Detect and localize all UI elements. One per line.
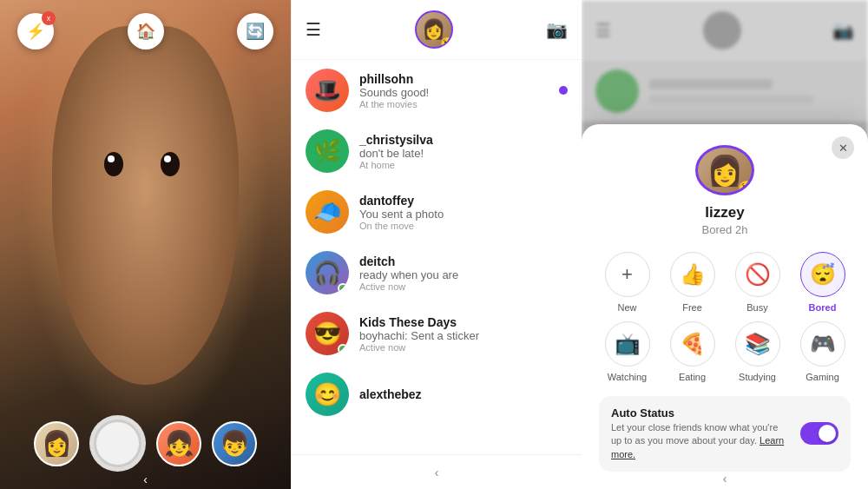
auto-status-toggle[interactable] [800,422,838,445]
camera-bottom-controls [0,415,291,472]
auto-status-title: Auto Status [611,406,790,420]
eating-status-label: Eating [679,372,706,382]
unread-indicator [559,86,568,95]
flash-icon: ⚡ [26,22,45,41]
list-item[interactable]: 😊 alexthebez [292,364,582,425]
status-bottom-nav: ‹ [582,467,868,489]
shutter-button[interactable] [89,415,146,472]
nav-chevron-icon: ‹ [723,472,727,486]
status-card: ✕ 👩 lizzey Bored 2h + New 👍 Free 🚫 Busy … [582,124,868,489]
busy-status-icon: 🚫 [735,252,780,297]
auto-status-section: Auto Status Let your close friends know … [599,396,851,472]
avatar: 🌿 [306,129,349,173]
avatar: 🎩 [306,69,349,112]
bored-status-icon: 😴 [800,252,845,297]
message-content: Kids These Days boyhachi: Sent a sticker… [359,315,568,353]
flash-button[interactable]: ⚡ x [17,13,54,50]
watching-status-label: Watching [608,372,647,382]
shutter-inner [94,420,141,467]
home-icon: 🏠 [136,22,155,41]
status-options-row1: + New 👍 Free 🚫 Busy 😴 Bored [599,252,851,313]
nav-chevron-icon: ‹ [435,466,439,479]
menu-icon[interactable]: ☰ [306,19,321,40]
avatar: 😊 [306,373,349,416]
busy-status-label: Busy [746,302,767,313]
contact-status: At home [359,160,568,170]
flip-icon: 🔄 [246,22,265,41]
story-avatar-2[interactable] [156,421,201,466]
contact-name: _christysilva [359,133,568,147]
new-status-label: New [617,302,636,313]
contact-status: On the move [359,221,568,231]
message-content: phillsohn Sounds good! At the movies [359,72,549,109]
studying-status-icon: 📚 [735,321,780,367]
message-content: _christysilva don't be late! At home [359,133,568,170]
list-item[interactable]: 🌿 _christysilva don't be late! At home [292,121,582,182]
bg-header: ☰ 📷 [582,0,868,61]
camera-panel: ⚡ x 🏠 🔄 ‹ [0,0,291,489]
flash-badge: x [42,11,56,25]
status-panel: ☰ 📷 ✕ 👩 lizzey Bored 2h + New [582,0,868,489]
status-option-free[interactable]: 👍 Free [664,252,720,313]
auto-status-text: Auto Status Let your close friends know … [611,406,790,461]
message-content: alexthebez [359,387,568,401]
status-option-new[interactable]: + New [599,252,655,313]
flip-camera-button[interactable]: 🔄 [237,13,273,50]
status-subtitle: Bored 2h [702,223,748,236]
message-preview: You sent a photo [359,208,568,221]
list-item[interactable]: 🎧 deitch ready when you are Active now [292,242,582,303]
contact-name: deitch [359,254,568,268]
message-preview: Sounds good! [359,86,549,99]
eating-status-icon: 🍕 [670,321,715,367]
home-button[interactable]: 🏠 [128,13,164,50]
status-option-eating[interactable]: 🍕 Eating [664,321,720,382]
message-content: dantoffey You sent a photo On the move [359,194,568,231]
message-content: deitch ready when you are Active now [359,254,568,292]
message-preview: ready when you are [359,268,568,281]
messages-panel: ☰ 👩 📷 🎩 phillsohn Sounds good! At the mo… [291,0,582,489]
list-item[interactable]: 🎩 phillsohn Sounds good! At the movies [292,60,582,121]
message-preview: don't be late! [359,147,568,160]
gaming-status-icon: 🎮 [800,321,845,367]
avatar: 🧢 [306,190,349,234]
status-username: lizzey [705,204,744,221]
status-option-busy[interactable]: 🚫 Busy [729,252,786,313]
camera-top-controls: ⚡ x 🏠 🔄 [0,13,291,50]
eye-left [104,152,123,176]
camera-icon[interactable]: 📷 [546,19,568,40]
message-preview: boyhachi: Sent a sticker [359,329,568,342]
eye-right [161,152,180,176]
header-avatar[interactable]: 👩 [415,10,453,49]
avatar: 😎 [306,312,349,355]
messages-header: ☰ 👩 📷 [292,0,582,60]
story-avatar-3[interactable] [212,421,257,466]
camera-nav-bar: ‹ [0,470,291,489]
bored-status-label: Bored [809,302,837,313]
avatar: 🎧 [306,251,349,294]
free-status-icon: 👍 [670,252,715,297]
online-indicator [338,283,348,294]
free-status-label: Free [682,302,702,313]
watching-status-icon: 📺 [605,321,650,367]
nav-chevron-icon: ‹ [143,472,148,486]
contact-name: alexthebez [359,387,568,401]
contact-name: phillsohn [359,72,549,86]
gaming-status-label: Gaming [806,372,839,382]
status-option-gaming[interactable]: 🎮 Gaming [794,321,851,382]
new-status-icon: + [605,252,650,297]
status-avatar: 👩 [695,145,754,195]
bg-item [582,61,868,122]
studying-status-label: Studying [739,372,776,382]
messages-bottom-nav: ‹ [292,454,582,489]
contact-status: Active now [359,342,568,353]
online-indicator [338,344,348,354]
status-option-bored[interactable]: 😴 Bored [794,252,851,313]
story-avatar-1[interactable] [34,421,79,466]
list-item[interactable]: 🧢 dantoffey You sent a photo On the move [292,182,582,242]
status-option-watching[interactable]: 📺 Watching [599,321,655,382]
close-button[interactable]: ✕ [832,136,854,159]
contact-status: At the movies [359,99,549,109]
status-option-studying[interactable]: 📚 Studying [729,321,786,382]
list-item[interactable]: 😎 Kids These Days boyhachi: Sent a stick… [292,303,582,364]
messages-list: 🎩 phillsohn Sounds good! At the movies 🌿… [292,60,582,454]
